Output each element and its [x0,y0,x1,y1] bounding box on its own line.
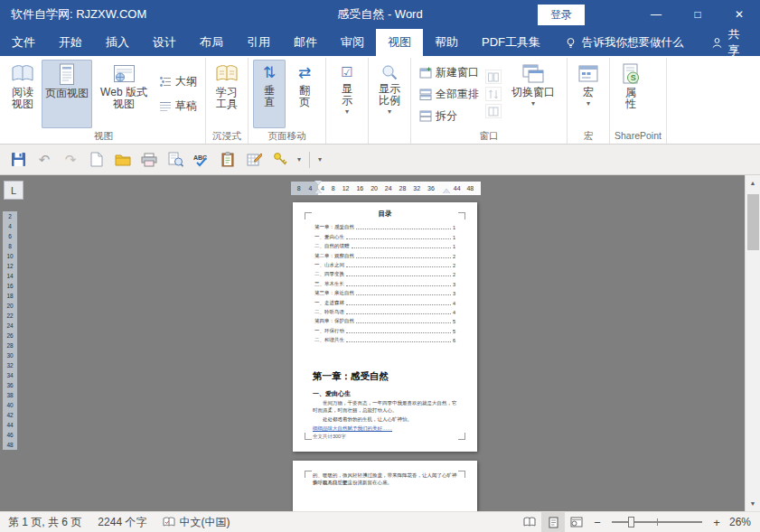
maximize-button[interactable]: □ [677,0,718,29]
new-window-icon [419,67,432,79]
zoom-out-button[interactable]: − [588,516,606,529]
web-layout-button[interactable]: Web 版式视图 [95,60,153,128]
zoom-level[interactable]: 26% [726,516,760,528]
share-button[interactable]: 共享 [697,29,760,56]
web-layout-view-icon[interactable] [565,512,588,532]
toolbar-options-icon[interactable] [318,156,322,163]
vertical-ruler: 2 4 6 8 10 12 14 16 18 20 22 24 26 28 30… [3,211,17,450]
arrange-all-button[interactable]: 全部重排 [416,85,483,104]
toc-entry: 二、和谐共生6 [314,334,455,343]
save-icon[interactable] [9,151,27,169]
toc-entry: 第一章：感受自然1 [314,221,455,230]
chevron-down-icon[interactable] [297,156,301,163]
document-page-2[interactable]: 的、暖暖的，微风轻轻拂过脸庞，带来阵阵花香，让人闻了心旷神怡，忍不住想要 多呼吸… [293,461,477,511]
close-button[interactable]: ✕ [718,0,760,29]
site-watermark: 软件自学网: RJZXW.COM [0,6,146,23]
side-to-side-button[interactable]: 翻页 [288,60,321,128]
toc-entry: 一、山水之间2 [314,259,455,268]
chevron-down-icon [388,108,391,116]
body-paragraph-link: 细细品味大自然赋予我们的美好…… [313,425,459,433]
document-page-1[interactable]: 目录 第一章：感受自然1 一、爱由心生1 二、自然的馈赠1 第二章：观察自然2 … [293,202,477,452]
scroll-down-icon[interactable] [746,496,760,511]
crop-mark [458,433,465,440]
draft-view-button[interactable]: 草稿 [155,97,201,116]
tab-insert[interactable]: 插入 [94,29,141,56]
switch-windows-button[interactable]: 切换窗口 [504,60,562,128]
tab-design[interactable]: 设计 [141,29,188,56]
tab-stop-selector[interactable]: L [4,181,23,200]
tab-view[interactable]: 视图 [376,29,423,56]
toc-entry: 二、四季变换2 [314,268,455,277]
zoom-dropdown-button[interactable]: 显示比例 [373,60,406,128]
toc-entry: 第三章：亲近自然3 [314,287,455,296]
zoom-slider[interactable] [612,521,702,523]
new-document-icon[interactable] [88,151,106,169]
properties-button[interactable]: S 属性 [615,60,647,128]
tab-references[interactable]: 引用 [235,29,282,56]
word-count[interactable]: 2244 个字 [89,515,155,530]
page-layout-icon [58,63,76,86]
chapter-heading: 第一章：感受自然 [313,370,389,383]
read-mode-button[interactable]: 阅读视图 [6,60,39,128]
scrollbar-track[interactable] [746,191,760,496]
first-line-indent-marker[interactable] [314,181,322,185]
print-icon[interactable] [140,151,158,169]
view-side-by-side-icon[interactable] [485,70,502,84]
hanging-indent-marker[interactable] [314,189,322,193]
synchronous-scrolling-icon[interactable] [485,87,502,101]
tell-me-box[interactable]: 告诉我你想要做什么 [552,29,697,56]
split-button[interactable]: 拆分 [416,107,483,126]
split-icon [419,110,432,122]
scroll-up-icon[interactable] [746,175,760,191]
zoom-slider-thumb[interactable] [628,517,634,527]
tab-file[interactable]: 文件 [0,29,47,56]
right-indent-marker[interactable] [443,189,450,193]
draw-table-icon[interactable] [245,151,263,169]
share-label: 共享 [728,26,746,59]
clipboard-icon[interactable] [219,151,237,169]
undo-icon[interactable] [35,151,53,169]
group-label-views: 视图 [6,129,201,144]
color-picker-icon[interactable] [271,151,289,169]
title-bar: 感受自然 - Word 软件自学网: RJZXW.COM 登录 — □ ✕ [0,0,760,29]
quick-access-toolbar: ABC [0,145,760,175]
spelling-grammar-icon[interactable]: ABC [192,151,211,169]
toc-entry: 二、聆听鸟语4 [314,306,455,315]
proofing-status[interactable]: 中文(中国) [155,515,238,530]
print-layout-view-icon[interactable] [541,512,565,532]
page-indicator[interactable]: 第 1 页, 共 6 页 [0,515,89,530]
reset-window-position-icon[interactable] [485,104,502,118]
group-immersive: 学习工具 沉浸式 [206,58,249,144]
outline-view-button[interactable]: 大纲 [155,72,201,91]
tab-help[interactable]: 帮助 [423,29,470,56]
tab-home[interactable]: 开始 [47,29,94,56]
group-sharepoint: S 属性 SharePoint [610,58,667,144]
show-dropdown-button[interactable]: 显示 [331,60,363,128]
tab-mailings[interactable]: 邮件 [282,29,329,56]
document-workspace: L 8 4 4 8 12 16 20 24 28 32 36 44 48 2 4… [0,175,760,511]
tab-review[interactable]: 审阅 [329,29,376,56]
tab-pdf-tools[interactable]: PDF工具集 [470,29,552,56]
switch-windows-icon [521,63,545,85]
vertical-scrollbar[interactable] [745,175,760,511]
tab-layout[interactable]: 布局 [188,29,235,56]
zoom-in-button[interactable]: + [708,516,726,529]
group-page-movement: 垂直 翻页 页面移动 [249,58,326,144]
minimize-button[interactable]: — [635,0,677,29]
scrollbar-thumb[interactable] [747,194,759,250]
horizontal-ruler: 8 4 4 8 12 16 20 24 28 32 36 44 48 [291,182,481,195]
learning-tools-button[interactable]: 学习工具 [211,60,243,128]
print-layout-button[interactable]: 页面视图 [42,60,92,128]
open-folder-icon[interactable] [114,151,132,169]
new-window-button[interactable]: 新建窗口 [416,63,483,82]
login-button[interactable]: 登录 [538,5,585,25]
print-preview-icon[interactable] [166,151,184,169]
macros-button[interactable]: 宏 [572,60,605,128]
redo-icon[interactable] [61,151,80,169]
vertical-button[interactable]: 垂直 [253,60,286,128]
toc-entry: 一、走进森林4 [314,296,455,305]
read-mode-view-icon[interactable] [518,512,541,532]
toc-entry: 第二章：观察自然2 [314,249,455,258]
group-zoom: 显示比例 [369,58,411,144]
outline-icon [159,76,172,88]
